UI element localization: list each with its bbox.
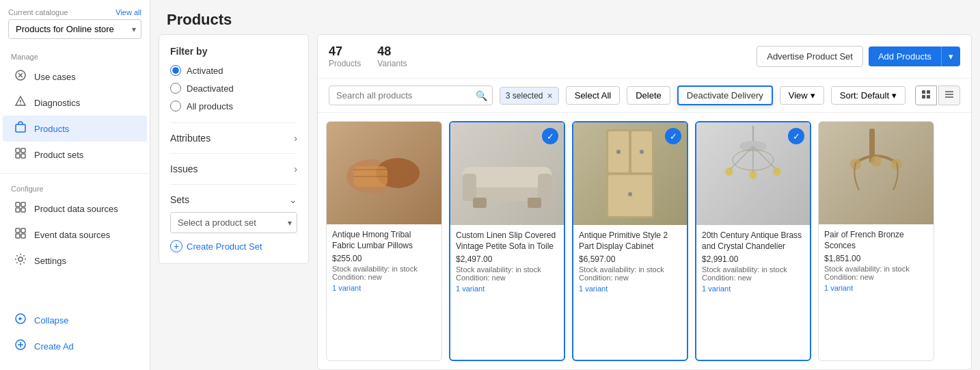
product-stock: Stock availability: in stock xyxy=(456,265,558,274)
manage-section-label: Manage xyxy=(0,47,150,64)
grid-view-button[interactable] xyxy=(915,85,937,105)
product-price: $6,597.00 xyxy=(579,254,681,264)
svg-rect-24 xyxy=(927,90,930,94)
sets-header[interactable]: Sets ⌄ xyxy=(170,194,297,205)
sets-select-wrap: Select a product set ▾ xyxy=(170,212,297,233)
sort-button[interactable]: Sort: Default ▾ xyxy=(831,86,906,105)
product-info: 20th Century Antique Brass and Crystal C… xyxy=(696,225,810,298)
sort-chevron-icon: ▾ xyxy=(892,90,897,101)
svg-rect-23 xyxy=(922,90,925,94)
deactivate-delivery-button[interactable]: Deactivate Delivery xyxy=(677,85,773,105)
issues-header[interactable]: Issues › xyxy=(170,163,297,181)
collapse-icon xyxy=(14,313,27,328)
sets-label: Sets xyxy=(170,194,189,205)
filter-deactivated-radio[interactable] xyxy=(170,83,181,94)
product-card[interactable]: ✓ Antique Primitive Styl xyxy=(572,121,688,361)
filter-title: Filter by xyxy=(170,46,297,57)
product-condition: Condition: new xyxy=(702,274,804,282)
sidebar-item-settings[interactable]: Settings xyxy=(3,248,147,274)
product-info: Custom Linen Slip Covered Vintage Petite… xyxy=(450,225,564,298)
product-card[interactable]: Antique Hmong Tribal Fabric Lumbar Pillo… xyxy=(326,121,442,361)
toolbar: 🔍 3 selected × Select All Delete Deactiv… xyxy=(318,79,971,113)
products-header: 47 Products 48 Variants Advertise Produc… xyxy=(318,35,971,79)
product-card[interactable]: ✓ xyxy=(695,121,811,361)
sort-label: Sort: Default xyxy=(840,90,889,101)
svg-rect-13 xyxy=(21,208,25,212)
svg-rect-14 xyxy=(16,228,20,233)
delete-button[interactable]: Delete xyxy=(627,86,670,105)
product-image xyxy=(819,122,934,224)
product-variant[interactable]: 1 variant xyxy=(579,285,681,293)
sidebar: Current catalogue View all Products for … xyxy=(0,0,150,370)
svg-rect-15 xyxy=(21,228,25,233)
advertise-product-set-button[interactable]: Advertise Product Set xyxy=(757,46,863,67)
filter-deactivated[interactable]: Deactivated xyxy=(170,83,297,94)
product-condition: Condition: new xyxy=(332,273,436,281)
diagnostics-icon xyxy=(14,95,27,110)
product-variant[interactable]: 1 variant xyxy=(456,285,558,293)
view-button[interactable]: View ▾ xyxy=(780,86,824,105)
sidebar-item-products[interactable]: Products xyxy=(3,116,147,142)
sidebar-item-event-data-sources[interactable]: Event data sources xyxy=(3,222,147,248)
catalogue-select[interactable]: Products for Online store xyxy=(8,19,141,39)
sidebar-item-create-ad[interactable]: Create Ad xyxy=(3,333,147,359)
products-grid: Antique Hmong Tribal Fabric Lumbar Pillo… xyxy=(318,113,971,369)
filter-all-products[interactable]: All products xyxy=(170,101,297,111)
filter-activated[interactable]: Activated xyxy=(170,65,297,76)
product-info: Antique Hmong Tribal Fabric Lumbar Pillo… xyxy=(327,224,441,298)
settings-icon xyxy=(14,253,27,268)
filter-activated-radio[interactable] xyxy=(170,65,181,76)
product-data-sources-label: Product data sources xyxy=(34,204,118,214)
issues-chevron-icon: › xyxy=(294,163,297,174)
product-image xyxy=(327,122,441,224)
products-actions-right: Advertise Product Set Add Products ▾ xyxy=(757,46,960,67)
view-all-link[interactable]: View all xyxy=(115,8,141,16)
sidebar-item-use-cases[interactable]: Use cases xyxy=(3,64,147,90)
attributes-header[interactable]: Attributes › xyxy=(170,133,297,150)
sidebar-products-label: Products xyxy=(34,124,69,134)
product-set-select[interactable]: Select a product set xyxy=(170,212,297,233)
product-variant[interactable]: 1 variant xyxy=(702,285,804,293)
sidebar-item-diagnostics[interactable]: Diagnostics xyxy=(3,90,147,116)
filter-all-radio[interactable] xyxy=(170,101,181,111)
create-product-set-button[interactable]: + Create Product Set xyxy=(170,240,297,252)
product-card[interactable]: ✓ Custom Linen Slip Covered Vintage Pet xyxy=(449,121,565,361)
attributes-chevron-icon: › xyxy=(294,133,297,144)
svg-rect-12 xyxy=(16,208,20,212)
selected-check-badge: ✓ xyxy=(665,128,681,144)
product-stock: Stock availability: in stock xyxy=(702,265,804,274)
product-name: Antique Primitive Style 2 Part Display C… xyxy=(579,230,681,252)
list-view-button[interactable] xyxy=(938,85,960,105)
product-condition: Condition: new xyxy=(579,274,681,282)
product-name: 20th Century Antique Brass and Crystal C… xyxy=(702,230,804,252)
product-variant[interactable]: 1 variant xyxy=(332,284,436,292)
attributes-label: Attributes xyxy=(170,133,210,144)
sidebar-item-product-sets[interactable]: Product sets xyxy=(3,142,147,168)
svg-point-4 xyxy=(20,103,21,105)
svg-point-18 xyxy=(18,257,23,261)
sidebar-item-product-data-sources[interactable]: Product data sources xyxy=(3,196,147,222)
filter-panel: Filter by Activated Deactivated All prod… xyxy=(159,34,309,264)
issues-label: Issues xyxy=(170,163,198,174)
svg-rect-40 xyxy=(528,198,541,208)
search-input[interactable] xyxy=(329,85,493,105)
view-label: View xyxy=(789,90,808,101)
sidebar-use-cases-label: Use cases xyxy=(34,72,76,82)
svg-point-53 xyxy=(725,168,733,176)
product-card[interactable]: Pair of French Bronze Sconces $1,851.00 … xyxy=(818,121,934,361)
sidebar-item-collapse[interactable]: Collapse xyxy=(3,307,147,333)
event-data-sources-label: Event data sources xyxy=(34,230,110,240)
svg-rect-26 xyxy=(927,95,930,98)
main-header: Products xyxy=(150,0,980,34)
select-all-button[interactable]: Select All xyxy=(566,86,620,105)
filter-deactivated-label: Deactivated xyxy=(187,83,234,94)
sidebar-bottom: Collapse Create Ad xyxy=(0,304,150,362)
create-ad-icon xyxy=(14,339,27,354)
clear-selection-button[interactable]: × xyxy=(547,90,553,101)
products-count-stat: 47 Products xyxy=(329,44,361,68)
add-products-button[interactable]: Add Products xyxy=(869,47,941,66)
add-products-chevron-button[interactable]: ▾ xyxy=(941,47,960,66)
variants-label: Variants xyxy=(377,59,407,68)
product-variant[interactable]: 1 variant xyxy=(824,284,928,292)
products-area: 47 Products 48 Variants Advertise Produc… xyxy=(317,34,972,370)
